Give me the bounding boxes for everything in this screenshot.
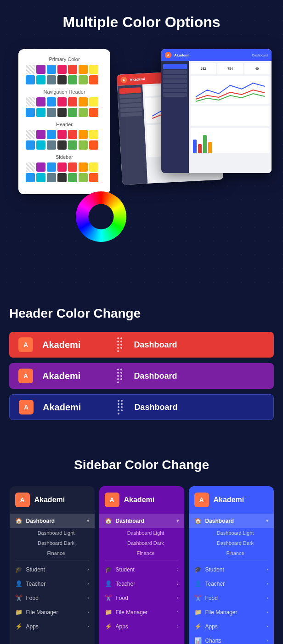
apps-icon: ⚡ (105, 623, 112, 630)
sidebar-item-student-purple[interactable]: 🎓 Student › (99, 562, 184, 577)
food-icon: ✂️ (194, 594, 202, 601)
sidebar-item-label: Apps (26, 623, 39, 630)
sidebar-item-teacher-blue[interactable]: 👤 Teacher › (189, 577, 274, 591)
sidebar-item-finance-blue[interactable]: Finance (189, 548, 274, 558)
swatch (36, 97, 45, 106)
swatch (47, 162, 56, 172)
home-icon: 🏠 (105, 517, 112, 524)
sidebar-item-label: Teacher (205, 581, 225, 587)
grid-dot (117, 337, 119, 339)
sidebar-item-dd-blue[interactable]: Dashboard Dark (189, 538, 274, 548)
swatch (68, 108, 77, 117)
sidebar-item-filemanager-purple[interactable]: 📁 File Manager › (99, 605, 184, 619)
sidebar-divider (105, 560, 179, 560)
sidebar-item-label: Food (116, 595, 128, 601)
sidebar-item-dd-purple[interactable]: Dashboard Dark (99, 538, 184, 548)
home-icon: 🏠 (194, 517, 202, 524)
sidebar-item-dashboard-dark[interactable]: 🏠 Dashboard ▾ (10, 514, 95, 528)
swatch (68, 130, 77, 139)
sidebar-item-finance[interactable]: Finance (10, 548, 95, 558)
sidebar-purple-logo: A (105, 493, 119, 507)
header-nav-blue: Dashboard (134, 403, 177, 412)
header-bar-purple: A Akademi Dashboard (9, 363, 274, 389)
dashboard-preview-blue: A Akademi Dashboard (161, 49, 272, 173)
sidebar-item-label: Food (26, 595, 39, 601)
color-wheel-inner (89, 204, 114, 230)
home-icon: 🏠 (15, 517, 23, 524)
sidebar-item-teacher-purple[interactable]: 👤 Teacher › (99, 577, 184, 591)
sidebar-divider (194, 560, 268, 560)
primary-swatches (26, 65, 103, 84)
charts-icon: 📊 (194, 637, 202, 644)
header-brand-red: Akademi (42, 340, 80, 350)
food-icon: ✂️ (15, 594, 23, 601)
sidebar-item-teacher-dark[interactable]: 👤 Teacher › (10, 577, 95, 591)
swatch (26, 75, 35, 84)
sidebar-item-dashboard-blue[interactable]: 🏠 Dashboard ▾ (189, 514, 274, 528)
grid-dot (117, 378, 119, 380)
swatch (79, 65, 88, 74)
chevron-right-icon: › (266, 567, 268, 572)
nav-header-swatches (26, 97, 103, 117)
grid-dot (118, 400, 119, 402)
sidebar-item-label: Student (26, 566, 45, 573)
swatch (89, 108, 98, 117)
swatch (57, 75, 67, 84)
sidebar-item-label: File Manager (26, 609, 58, 616)
sidebar-item-dashboard-purple[interactable]: 🏠 Dashboard ▾ (99, 514, 184, 528)
sidebar-item-label: Dashboard (26, 518, 55, 524)
sidebar-dark-logo: A (15, 493, 30, 507)
swatch (47, 97, 56, 106)
section-color-options: Multiple Color Options Primary Color (0, 0, 283, 288)
main-title: Multiple Color Options (9, 14, 274, 31)
swatch (26, 97, 35, 106)
section-header-color: Header Color Change A Akademi Dashboard … (0, 288, 283, 439)
sidebar-item-dl-blue[interactable]: Dashboard Light (189, 528, 274, 538)
swatch (26, 140, 35, 150)
grid-dot (117, 347, 119, 349)
header-bar-blue: A Akademi Dashboard (9, 394, 274, 420)
header-bar-red: A Akademi Dashboard (9, 332, 274, 358)
sidebar-item-student-dark[interactable]: 🎓 Student › (10, 562, 95, 577)
sidebar-item-food-dark[interactable]: ✂️ Food › (10, 591, 95, 605)
folder-icon: 📁 (105, 609, 112, 616)
sidebar-item-apps-blue[interactable]: ⚡ Apps › (189, 619, 274, 633)
sidebar-item-food-blue[interactable]: ✂️ Food › (189, 591, 274, 605)
sidebar-item-apps-purple[interactable]: ⚡ Apps › (99, 619, 184, 633)
grid-dot (117, 375, 119, 377)
grid-dot (120, 344, 122, 346)
sidebar-item-label: Teacher (116, 581, 136, 587)
sidebar-item-filemanager-blue[interactable]: 📁 File Manager › (189, 605, 274, 619)
chevron-right-icon: › (87, 610, 89, 615)
sidebar-color-title: Sidebar Color Change (5, 458, 278, 472)
header-nav-purple: Dashboard (134, 371, 177, 381)
sidebar-item-student-blue[interactable]: 🎓 Student › (189, 562, 274, 577)
sidebar-item-charts-blue[interactable]: 📊 Charts › (189, 633, 274, 644)
chevron-right-icon: › (266, 610, 268, 615)
swatch (79, 140, 88, 150)
nav-header-label: Navigation Header (26, 89, 103, 95)
swatch (79, 97, 88, 106)
sidebar-dark-brand: Akademi (34, 496, 65, 504)
grid-dot (120, 337, 122, 339)
sidebar-dark: A Akademi 🏠 Dashboard ▾ Dashboard Light … (10, 486, 95, 644)
sidebar-item-finance-purple[interactable]: Finance (99, 548, 184, 558)
chevron-right-icon: › (87, 581, 89, 586)
chevron-down-icon: ▾ (87, 518, 89, 523)
swatch (57, 108, 67, 117)
swatch (47, 130, 56, 139)
swatch (36, 140, 45, 150)
swatch (89, 162, 98, 172)
chevron-right-icon: › (177, 567, 178, 572)
swatch (36, 65, 45, 74)
sidebar-item-dl-purple[interactable]: Dashboard Light (99, 528, 184, 538)
sidebar-item-filemanager-dark[interactable]: 📁 File Manager › (10, 605, 95, 619)
chevron-right-icon: › (177, 624, 178, 629)
sidebar-item-apps-dark[interactable]: ⚡ Apps › (10, 619, 95, 633)
student-icon: 🎓 (15, 566, 23, 573)
sidebar-item-dashboard-light[interactable]: Dashboard Light (10, 528, 95, 538)
sidebar-item-food-purple[interactable]: ✂️ Food › (99, 591, 184, 605)
grid-dot (120, 341, 122, 342)
swatch (57, 173, 67, 182)
sidebar-item-dashboard-dark-sub[interactable]: Dashboard Dark (10, 538, 95, 548)
